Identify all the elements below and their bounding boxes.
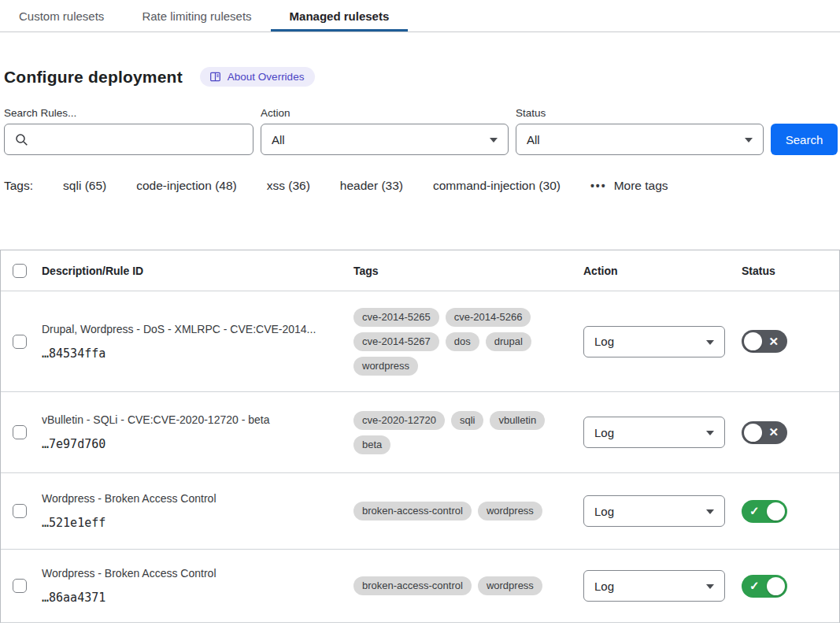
tag-filter-link[interactable]: sqli (65) [63, 179, 106, 193]
rule-tag-pills: cve-2014-5265cve-2014-5266cve-2014-5267d… [353, 308, 558, 376]
rule-tag-pill[interactable]: wordpress [478, 502, 542, 520]
managed-rules-table: Description/Rule ID Tags Action Status D… [0, 250, 840, 623]
select-all-checkbox[interactable] [13, 264, 27, 278]
action-filter-select[interactable]: All [261, 124, 509, 155]
rule-id: …7e97d760 [42, 437, 338, 451]
heading-row: Configure deployment About Overrides [4, 67, 840, 87]
table-row: vBulletin - SQLi - CVE:CVE-2020-12720 - … [1, 392, 839, 473]
table-row: Wordpress - Broken Access Control…521e1e… [1, 473, 839, 550]
toggle-knob [744, 332, 762, 350]
rule-description: Wordpress - Broken Access Control [42, 492, 338, 505]
rule-description-cell: Wordpress - Broken Access Control…521e1e… [42, 492, 353, 530]
table-header-row: Description/Rule ID Tags Action Status [1, 250, 839, 291]
rule-id: …84534ffa [42, 346, 338, 361]
rule-tag-pills: broken-access-controlwordpress [353, 502, 558, 520]
column-header-tags: Tags [353, 265, 583, 277]
tab-managed-rulesets[interactable]: Managed rulesets [271, 0, 409, 31]
ruleset-tabbar: Custom rulesets Rate limiting rulesets M… [0, 0, 840, 32]
more-tags-button[interactable]: ••• More tags [590, 179, 668, 193]
about-overrides-badge[interactable]: About Overrides [200, 67, 316, 87]
row-checkbox[interactable] [13, 425, 27, 439]
row-checkbox-cell [1, 579, 42, 593]
rule-tag-pill[interactable]: cve-2014-5267 [353, 332, 439, 351]
rule-action-select[interactable]: Log [583, 570, 725, 602]
rule-tag-pill[interactable]: sqli [451, 411, 484, 430]
rule-action-value: Log [594, 580, 614, 593]
status-toggle[interactable]: ✕ [742, 330, 787, 353]
column-header-action: Action [583, 265, 739, 277]
table-row: Wordpress - Broken Access Control…86aa43… [1, 550, 839, 623]
column-header-status: Status [739, 265, 839, 277]
rule-action-value: Log [594, 335, 614, 348]
rule-tag-pill[interactable]: broken-access-control [353, 502, 472, 520]
rule-description: Drupal, Wordpress - DoS - XMLRPC - CVE:C… [42, 323, 338, 335]
chevron-down-icon [490, 138, 498, 143]
action-filter-field: Action All [261, 107, 509, 155]
rule-tag-pill[interactable]: wordpress [478, 576, 542, 595]
rule-id: …521e1eff [42, 516, 338, 530]
rule-tags-cell: cve-2020-12720sqlivbulletinbeta [353, 411, 583, 454]
rule-tag-pill[interactable]: cve-2014-5266 [446, 308, 531, 327]
status-toggle[interactable]: ✓ [742, 500, 787, 523]
rule-action-select[interactable]: Log [583, 326, 725, 357]
status-filter-label: Status [516, 107, 764, 119]
tag-filter-link[interactable]: code-injection (48) [136, 179, 237, 193]
table-body: Drupal, Wordpress - DoS - XMLRPC - CVE:C… [1, 291, 839, 623]
toggle-knob [767, 577, 785, 595]
ellipsis-icon: ••• [590, 180, 607, 192]
filter-bar: Search Rules... Action All Status All Se… [4, 107, 840, 155]
check-icon: ✓ [749, 579, 760, 593]
rule-description: Wordpress - Broken Access Control [42, 567, 338, 580]
rule-action-select[interactable]: Log [583, 495, 725, 527]
row-checkbox[interactable] [13, 504, 27, 518]
status-filter-field: Status All [516, 107, 764, 155]
tab-rate-limiting-rulesets[interactable]: Rate limiting rulesets [123, 0, 270, 31]
rule-tag-pill[interactable]: drupal [486, 332, 531, 351]
tag-filter-link[interactable]: xss (36) [267, 179, 310, 193]
tab-custom-rulesets[interactable]: Custom rulesets [0, 0, 123, 31]
tag-filter-link[interactable]: command-injection (30) [433, 179, 561, 193]
more-tags-label: More tags [614, 179, 668, 193]
action-filter-value: All [272, 133, 285, 146]
rule-id: …86aa4371 [42, 591, 338, 605]
search-input-wrap [4, 124, 253, 155]
rule-action-value: Log [594, 505, 614, 518]
book-icon [209, 71, 221, 83]
action-filter-label: Action [261, 107, 509, 119]
rule-tag-pill[interactable]: vbulletin [490, 411, 545, 430]
rule-status-cell: ✓ [739, 575, 839, 598]
column-header-description: Description/Rule ID [42, 265, 353, 277]
rule-action-select[interactable]: Log [583, 417, 725, 448]
chevron-down-icon [706, 431, 714, 435]
tag-links: sqli (65)code-injection (48)xss (36)head… [63, 179, 561, 193]
rule-tag-pill[interactable]: beta [353, 435, 390, 454]
rule-status-cell: ✓ [739, 500, 839, 523]
chevron-down-icon [745, 138, 753, 143]
chevron-down-icon [706, 509, 714, 514]
rule-tag-pill[interactable]: dos [446, 332, 479, 351]
rule-tag-pill[interactable]: cve-2014-5265 [353, 308, 439, 327]
row-checkbox[interactable] [13, 335, 27, 349]
search-button[interactable]: Search [771, 124, 838, 155]
x-icon: ✕ [768, 425, 779, 439]
row-checkbox-cell [1, 335, 42, 349]
rule-tag-pill[interactable]: cve-2020-12720 [353, 411, 445, 430]
tags-bar: Tags: sqli (65)code-injection (48)xss (3… [4, 179, 840, 193]
row-checkbox-cell [1, 504, 42, 518]
rule-action-cell: Log [583, 495, 739, 527]
rule-tag-pill[interactable]: wordpress [353, 357, 418, 376]
status-toggle[interactable]: ✓ [742, 575, 787, 598]
rule-action-cell: Log [583, 417, 739, 448]
toggle-knob [767, 502, 785, 520]
rule-tags-cell: cve-2014-5265cve-2014-5266cve-2014-5267d… [353, 308, 583, 376]
rule-tag-pill[interactable]: broken-access-control [353, 576, 472, 595]
chevron-down-icon [706, 584, 714, 589]
rule-action-cell: Log [583, 570, 739, 602]
search-rules-input[interactable] [5, 124, 253, 154]
rule-tags-cell: broken-access-controlwordpress [353, 502, 583, 520]
search-rules-field: Search Rules... [4, 107, 253, 155]
status-filter-select[interactable]: All [516, 124, 764, 155]
row-checkbox[interactable] [13, 579, 27, 593]
status-toggle[interactable]: ✕ [742, 421, 787, 444]
tag-filter-link[interactable]: header (33) [340, 179, 403, 193]
